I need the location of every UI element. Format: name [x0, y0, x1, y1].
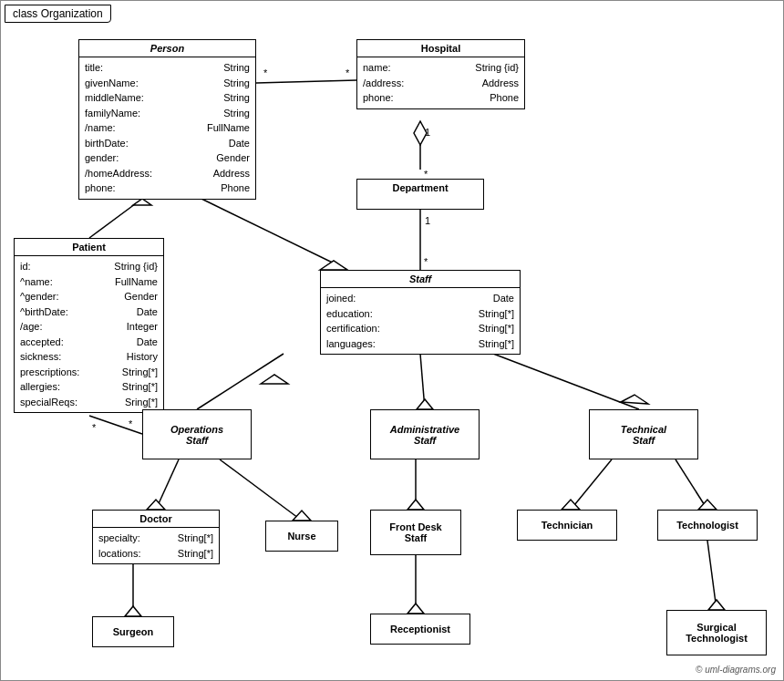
svg-marker-36	[407, 604, 424, 614]
department-class-header: Department	[357, 180, 483, 196]
svg-text:1: 1	[425, 215, 430, 226]
svg-marker-18	[261, 375, 288, 384]
diagram-title: class Organization	[5, 5, 111, 23]
svg-line-12	[201, 199, 347, 270]
doctor-class: Doctor specialty:String[*] locations:Str…	[92, 510, 220, 564]
svg-line-23	[156, 459, 179, 510]
staff-class: Staff joined:Date education:String[*] ce…	[320, 270, 521, 355]
nurse-class: Nurse	[265, 521, 338, 552]
receptionist-class-header: Receptionist	[371, 621, 469, 637]
svg-line-21	[493, 354, 639, 409]
svg-line-10	[89, 199, 142, 238]
patient-class-body: id:String {id} ^name:FullName ^gender:Ge…	[15, 256, 163, 412]
surgical-technologist-class: SurgicalTechnologist	[666, 610, 767, 655]
svg-text:*: *	[129, 418, 133, 429]
technologist-class: Technologist	[657, 510, 758, 541]
receptionist-class: Receptionist	[370, 614, 470, 645]
person-class-header: Person	[79, 40, 255, 57]
surgical-technologist-header: SurgicalTechnologist	[667, 619, 766, 646]
svg-line-37	[707, 541, 717, 610]
nurse-class-header: Nurse	[266, 528, 337, 544]
copyright-text: © uml-diagrams.org	[696, 665, 776, 675]
front-desk-staff-class: Front DeskStaff	[370, 510, 461, 555]
diagram-container: class Organization * * 1 * 1 * * *	[0, 0, 784, 681]
svg-text:*: *	[92, 422, 97, 433]
operations-staff-class: OperationsStaff	[142, 409, 252, 459]
svg-marker-32	[698, 500, 717, 510]
doctor-class-header: Doctor	[93, 511, 219, 528]
doctor-class-body: specialty:String[*] locations:String[*]	[93, 528, 219, 563]
surgeon-class: Surgeon	[92, 616, 174, 647]
svg-text:*: *	[424, 256, 428, 267]
hospital-class-header: Hospital	[357, 40, 524, 57]
svg-line-31	[676, 459, 707, 510]
svg-marker-28	[407, 500, 424, 510]
front-desk-staff-header: Front DeskStaff	[371, 519, 460, 546]
svg-line-25	[220, 459, 302, 521]
svg-line-17	[197, 354, 284, 409]
svg-text:*: *	[263, 67, 268, 78]
operations-staff-header: OperationsStaff	[143, 421, 251, 449]
technician-class: Technician	[517, 510, 617, 541]
svg-marker-38	[708, 600, 725, 610]
technical-staff-class: TechnicalStaff	[589, 409, 698, 459]
technical-staff-header: TechnicalStaff	[590, 421, 697, 449]
svg-marker-26	[293, 511, 311, 521]
patient-class-header: Patient	[15, 239, 163, 256]
svg-marker-34	[125, 606, 141, 616]
svg-text:1: 1	[425, 127, 430, 138]
hospital-class: Hospital name:String {id} /address:Addre…	[356, 39, 525, 109]
svg-line-14	[89, 416, 142, 434]
person-class-body: title:String givenName:String middleName…	[79, 57, 255, 199]
svg-marker-30	[562, 500, 580, 510]
surgeon-class-header: Surgeon	[93, 624, 173, 640]
svg-marker-24	[147, 500, 165, 510]
hospital-class-body: name:String {id} /address:Address phone:…	[357, 57, 524, 108]
technician-class-header: Technician	[518, 517, 616, 533]
technologist-class-header: Technologist	[658, 517, 757, 533]
svg-line-29	[571, 459, 612, 510]
administrative-staff-class: AdministrativeStaff	[370, 409, 480, 459]
svg-marker-20	[417, 399, 433, 409]
svg-text:*: *	[346, 67, 350, 78]
svg-marker-13	[320, 261, 347, 270]
svg-marker-11	[133, 199, 151, 205]
svg-marker-4	[414, 121, 427, 145]
svg-line-19	[420, 354, 425, 409]
patient-class: Patient id:String {id} ^name:FullName ^g…	[14, 238, 164, 413]
administrative-staff-header: AdministrativeStaff	[371, 421, 479, 449]
staff-class-header: Staff	[321, 271, 520, 288]
svg-marker-22	[621, 395, 648, 404]
department-class: Department	[356, 179, 484, 210]
person-class: Person title:String givenName:String mid…	[78, 39, 256, 200]
svg-line-0	[256, 80, 356, 83]
staff-class-body: joined:Date education:String[*] certific…	[321, 288, 520, 354]
